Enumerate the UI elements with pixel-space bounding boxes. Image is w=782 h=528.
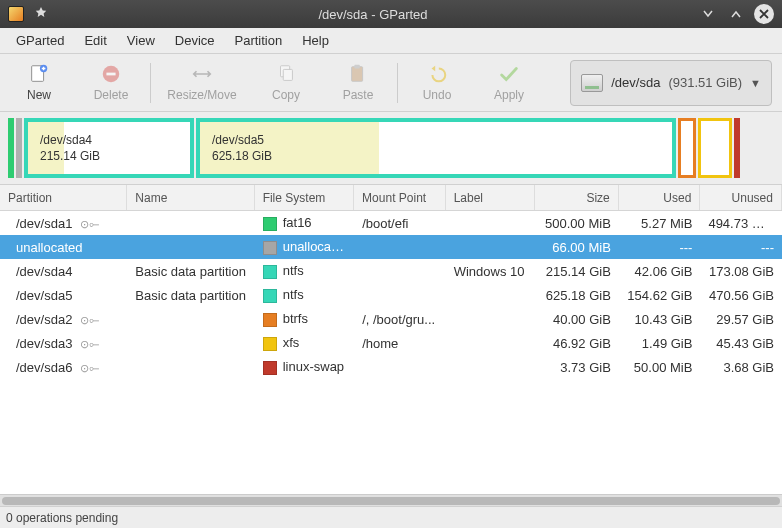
undo-icon [426, 63, 448, 85]
resize-button: Resize/Move [161, 59, 243, 106]
menu-partition[interactable]: Partition [227, 30, 291, 51]
col-mountpoint[interactable]: Mount Point [354, 185, 446, 210]
cell-used: --- [619, 240, 701, 255]
partition-block[interactable] [16, 118, 22, 178]
cell-partition: /dev/sda5 [0, 288, 127, 303]
cell-mountpoint: /home [354, 336, 446, 351]
col-name[interactable]: Name [127, 185, 254, 210]
table-row[interactable]: /dev/sda1⊙⟜fat16/boot/efi500.00 MiB5.27 … [0, 211, 782, 235]
cell-used: 1.49 GiB [619, 336, 701, 351]
cell-partition: /dev/sda1⊙⟜ [0, 216, 127, 231]
paste-button: Paste [329, 59, 387, 106]
maximize-button[interactable] [726, 4, 746, 24]
chevron-down-icon: ▼ [750, 77, 761, 89]
key-icon: ⊙⟜ [80, 362, 100, 375]
partition-block[interactable] [698, 118, 732, 178]
col-unused[interactable]: Unused [700, 185, 782, 210]
menu-view[interactable]: View [119, 30, 163, 51]
device-selector[interactable]: /dev/sda (931.51 GiB) ▼ [570, 60, 772, 106]
table-row[interactable]: /dev/sda2⊙⟜btrfs/, /boot/gru...40.00 GiB… [0, 307, 782, 331]
close-button[interactable] [754, 4, 774, 24]
disk-icon [581, 74, 603, 92]
new-button[interactable]: New [10, 59, 68, 106]
apply-icon [498, 63, 520, 85]
table-header: Partition Name File System Mount Point L… [0, 185, 782, 211]
col-size[interactable]: Size [535, 185, 619, 210]
col-partition[interactable]: Partition [0, 185, 127, 210]
col-label[interactable]: Label [446, 185, 536, 210]
statusbar: 0 operations pending [0, 506, 782, 528]
partition-block[interactable] [734, 118, 740, 178]
cell-size: 66.00 MiB [535, 240, 619, 255]
titlebar: /dev/sda - GParted [0, 0, 782, 28]
cell-filesystem: ntfs [255, 263, 354, 279]
menu-help[interactable]: Help [294, 30, 337, 51]
partition-block[interactable]: /dev/sda5625.18 GiB [196, 118, 676, 178]
cell-unused: 45.43 GiB [700, 336, 782, 351]
cell-size: 625.18 GiB [535, 288, 619, 303]
window-title: /dev/sda - GParted [48, 7, 698, 22]
minimize-button[interactable] [698, 4, 718, 24]
table-body: /dev/sda1⊙⟜fat16/boot/efi500.00 MiB5.27 … [0, 211, 782, 379]
cell-filesystem: fat16 [255, 215, 354, 231]
cell-size: 46.92 GiB [535, 336, 619, 351]
cell-filesystem: unallocated [255, 239, 354, 255]
cell-filesystem: xfs [255, 335, 354, 351]
table-row[interactable]: /dev/sda4Basic data partitionntfsWindows… [0, 259, 782, 283]
toolbar: New Delete Resize/Move Copy Paste [0, 54, 782, 112]
partition-graphic[interactable]: /dev/sda4215.14 GiB/dev/sda5625.18 GiB [0, 112, 782, 184]
cell-partition: /dev/sda2⊙⟜ [0, 312, 127, 327]
menu-device[interactable]: Device [167, 30, 223, 51]
key-icon: ⊙⟜ [80, 218, 100, 231]
fs-color-swatch [263, 361, 277, 375]
cell-partition: unallocated [0, 240, 127, 255]
cell-used: 154.62 GiB [619, 288, 701, 303]
horizontal-scrollbar[interactable] [0, 494, 782, 506]
fs-color-swatch [263, 265, 277, 279]
cell-unused: 173.08 GiB [700, 264, 782, 279]
table-row[interactable]: unallocatedunallocated66.00 MiB------ [0, 235, 782, 259]
document-new-icon [28, 63, 50, 85]
key-icon: ⊙⟜ [80, 338, 100, 351]
cell-filesystem: linux-swap [255, 359, 354, 375]
cell-mountpoint: /, /boot/gru... [354, 312, 446, 327]
col-used[interactable]: Used [619, 185, 701, 210]
svg-rect-6 [352, 67, 363, 82]
table-row[interactable]: /dev/sda6⊙⟜linux-swap3.73 GiB50.00 MiB3.… [0, 355, 782, 379]
cell-size: 3.73 GiB [535, 360, 619, 375]
gparted-window: /dev/sda - GParted GParted Edit View Dev… [0, 0, 782, 528]
delete-button: Delete [82, 59, 140, 106]
cell-unused: 29.57 GiB [700, 312, 782, 327]
key-icon: ⊙⟜ [80, 314, 100, 327]
undo-button: Undo [408, 59, 466, 106]
scrollbar-thumb[interactable] [2, 497, 780, 505]
cell-filesystem: ntfs [255, 287, 354, 303]
menu-edit[interactable]: Edit [76, 30, 114, 51]
table-row[interactable]: /dev/sda3⊙⟜xfs/home46.92 GiB1.49 GiB45.4… [0, 331, 782, 355]
toolbar-separator [397, 63, 398, 103]
paste-icon [347, 63, 369, 85]
cell-filesystem: btrfs [255, 311, 354, 327]
toolbar-separator [150, 63, 151, 103]
cell-unused: --- [700, 240, 782, 255]
partition-block[interactable] [8, 118, 14, 178]
svg-rect-3 [106, 73, 115, 76]
delete-icon [100, 63, 122, 85]
cell-used: 5.27 MiB [619, 216, 701, 231]
menu-gparted[interactable]: GParted [8, 30, 72, 51]
col-filesystem[interactable]: File System [255, 185, 354, 210]
partition-block[interactable] [678, 118, 696, 178]
cell-name: Basic data partition [127, 264, 254, 279]
svg-rect-7 [354, 65, 360, 69]
apply-button: Apply [480, 59, 538, 106]
cell-unused: 3.68 GiB [700, 360, 782, 375]
device-size: (931.51 GiB) [668, 75, 742, 90]
fs-color-swatch [263, 289, 277, 303]
table-row[interactable]: /dev/sda5Basic data partitionntfs625.18 … [0, 283, 782, 307]
partition-block[interactable]: /dev/sda4215.14 GiB [24, 118, 194, 178]
pin-icon[interactable] [30, 6, 48, 23]
partition-block-label: /dev/sda4215.14 GiB [28, 132, 100, 164]
cell-partition: /dev/sda6⊙⟜ [0, 360, 127, 375]
cell-mountpoint: /boot/efi [354, 216, 446, 231]
cell-size: 40.00 GiB [535, 312, 619, 327]
